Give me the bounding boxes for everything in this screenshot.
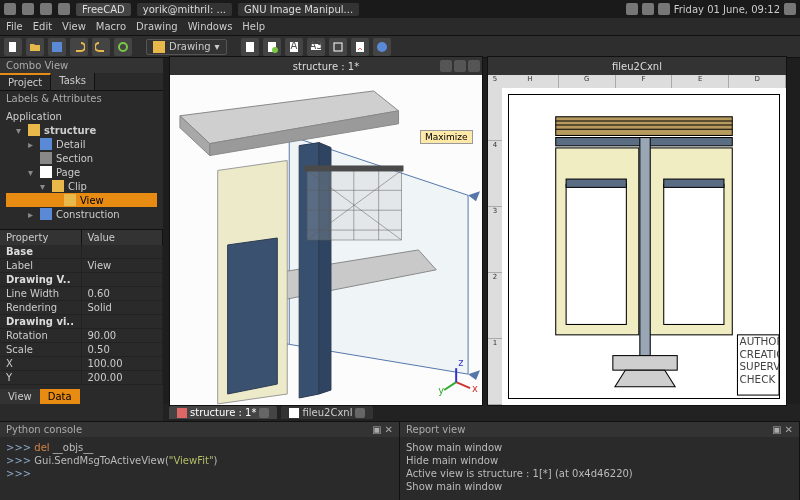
svg-point-6 bbox=[272, 47, 278, 53]
tab-project[interactable]: Project bbox=[0, 73, 51, 90]
new-page-button[interactable] bbox=[263, 38, 281, 56]
svg-rect-50 bbox=[664, 184, 724, 324]
svg-rect-52 bbox=[664, 179, 724, 187]
clip-button[interactable] bbox=[329, 38, 347, 56]
svg-rect-11 bbox=[334, 43, 342, 51]
svg-text:y: y bbox=[438, 385, 444, 396]
doc-tab[interactable]: fileu2Cxnl bbox=[281, 406, 373, 419]
annotation-button[interactable]: A3 bbox=[307, 38, 325, 56]
tree-item-construction[interactable]: ▸Construction bbox=[6, 207, 157, 221]
close-button[interactable] bbox=[468, 60, 480, 72]
os-app-icon[interactable] bbox=[22, 3, 34, 15]
property-panel: PropertyValue Base LabelView Drawing V..… bbox=[0, 229, 163, 404]
tree-doc[interactable]: ▾structure bbox=[6, 123, 157, 137]
ruler-horizontal: HGFED bbox=[502, 75, 786, 88]
tree-item-page[interactable]: ▾Page bbox=[6, 165, 157, 179]
proptab-data[interactable]: Data bbox=[40, 389, 80, 404]
svg-text:CREATION: CREATION bbox=[740, 348, 779, 360]
prop-value[interactable]: Solid bbox=[82, 301, 164, 315]
redo-button[interactable] bbox=[92, 38, 110, 56]
os-taskbar: FreeCAD yorik@mithril: ... GNU Image Man… bbox=[0, 0, 800, 18]
taskbar-item[interactable]: FreeCAD bbox=[76, 3, 131, 16]
menu-edit[interactable]: Edit bbox=[33, 21, 52, 32]
panel-controls-icon[interactable]: ▣ ✕ bbox=[372, 424, 393, 435]
insert-view-button[interactable]: A bbox=[285, 38, 303, 56]
export-button[interactable] bbox=[351, 38, 369, 56]
maximize-button[interactable] bbox=[454, 60, 466, 72]
python-console[interactable]: >>> del __objs__ >>> Gui.SendMsgToActive… bbox=[0, 437, 399, 484]
panel-title: Report view bbox=[406, 424, 465, 435]
tree-item-clip[interactable]: ▾Clip bbox=[6, 179, 157, 193]
prop-value[interactable]: 100.00 bbox=[82, 357, 164, 371]
svg-text:AUTHOR N: AUTHOR N bbox=[740, 335, 779, 347]
tray-icon[interactable] bbox=[784, 3, 796, 15]
prop-key: Label bbox=[0, 259, 82, 273]
os-app-icon[interactable] bbox=[58, 3, 70, 15]
svg-rect-12 bbox=[356, 42, 364, 52]
prop-value[interactable]: 0.50 bbox=[82, 343, 164, 357]
window-drawing-page: fileu2Cxnl 54321 HGFED bbox=[487, 56, 787, 406]
col-value: Value bbox=[82, 230, 164, 245]
tree-item-section[interactable]: Section bbox=[6, 151, 157, 165]
new-file-button[interactable] bbox=[4, 38, 22, 56]
tab-tasks[interactable]: Tasks bbox=[51, 73, 95, 90]
svg-point-2 bbox=[119, 43, 127, 51]
svg-rect-48 bbox=[640, 137, 650, 355]
prop-value[interactable]: 90.00 bbox=[82, 329, 164, 343]
tree-app[interactable]: Application bbox=[6, 110, 157, 123]
chevron-down-icon: ▾ bbox=[215, 41, 220, 52]
window-title: structure : 1* bbox=[293, 61, 359, 72]
tray-icon[interactable] bbox=[626, 3, 638, 15]
taskbar-item[interactable]: GNU Image Manipul... bbox=[238, 3, 359, 16]
menu-drawing[interactable]: Drawing bbox=[136, 21, 178, 32]
taskbar-item[interactable]: yorik@mithril: ... bbox=[137, 3, 232, 16]
prop-value[interactable]: 200.00 bbox=[82, 371, 164, 385]
page-icon[interactable] bbox=[241, 38, 259, 56]
prop-value[interactable]: 0.60 bbox=[82, 287, 164, 301]
tray-icon[interactable] bbox=[642, 3, 654, 15]
close-icon[interactable] bbox=[355, 408, 365, 418]
svg-rect-34 bbox=[304, 165, 403, 171]
open-file-button[interactable] bbox=[26, 38, 44, 56]
svg-rect-1 bbox=[52, 42, 62, 52]
prop-value[interactable]: View bbox=[82, 259, 164, 273]
menu-help[interactable]: Help bbox=[242, 21, 265, 32]
undo-button[interactable] bbox=[70, 38, 88, 56]
prop-group: Drawing vi.. bbox=[0, 315, 82, 329]
panel-title: Combo View bbox=[0, 58, 163, 73]
svg-marker-54 bbox=[615, 370, 675, 387]
document-tabs: structure : 1* fileu2Cxnl bbox=[163, 404, 800, 421]
prop-group: Drawing V.. bbox=[0, 273, 82, 287]
save-button[interactable] bbox=[48, 38, 66, 56]
menu-file[interactable]: File bbox=[6, 21, 23, 32]
clock: Friday 01 June, 09:12 bbox=[674, 4, 780, 15]
svg-marker-24 bbox=[228, 238, 278, 394]
menu-windows[interactable]: Windows bbox=[188, 21, 233, 32]
os-app-icon[interactable] bbox=[40, 3, 52, 15]
viewport-3d[interactable]: x y z bbox=[170, 75, 482, 405]
svg-rect-0 bbox=[9, 42, 16, 52]
proptab-view[interactable]: View bbox=[0, 389, 40, 404]
workbench-selector[interactable]: Drawing ▾ bbox=[146, 39, 227, 55]
col-property: Property bbox=[0, 230, 82, 245]
close-icon[interactable] bbox=[259, 408, 269, 418]
menu-view[interactable]: View bbox=[62, 21, 86, 32]
browser-button[interactable] bbox=[373, 38, 391, 56]
refresh-button[interactable] bbox=[114, 38, 132, 56]
tree-item-detail[interactable]: ▸Detail bbox=[6, 137, 157, 151]
viewport-drawing[interactable]: 54321 HGFED bbox=[488, 75, 786, 405]
window-3d-view: structure : 1* bbox=[169, 56, 483, 406]
model-tree: Application ▾structure ▸Detail Section ▾… bbox=[0, 106, 163, 225]
prop-key: Scale bbox=[0, 343, 82, 357]
prop-key: X bbox=[0, 357, 82, 371]
tree-item-view[interactable]: View bbox=[6, 193, 157, 207]
report-view[interactable]: Show main window Hide main window Active… bbox=[400, 437, 799, 497]
tray-icon[interactable] bbox=[658, 3, 670, 15]
minimize-button[interactable] bbox=[440, 60, 452, 72]
menu-bar: File Edit View Macro Drawing Windows Hel… bbox=[0, 18, 800, 36]
os-menu-icon[interactable] bbox=[4, 3, 16, 15]
svg-rect-53 bbox=[613, 355, 677, 370]
doc-tab[interactable]: structure : 1* bbox=[169, 406, 277, 419]
panel-controls-icon[interactable]: ▣ ✕ bbox=[772, 424, 793, 435]
menu-macro[interactable]: Macro bbox=[96, 21, 126, 32]
